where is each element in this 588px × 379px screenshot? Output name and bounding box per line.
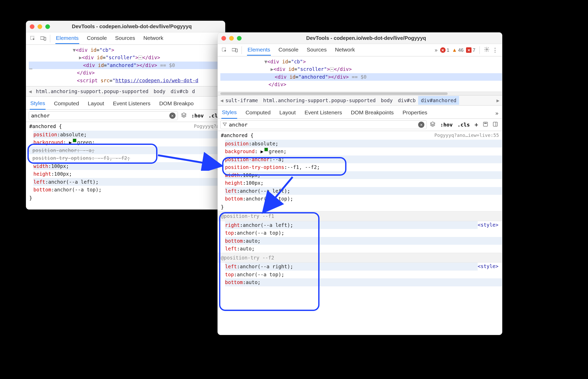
breadcrumb[interactable]: ◀ sult-iframe html.anchoring-support.pop… xyxy=(218,95,502,106)
subtab-properties[interactable]: Properties xyxy=(402,108,428,118)
val-left[interactable]: auto xyxy=(240,245,252,252)
crumb-resultiframe[interactable]: sult-iframe xyxy=(225,96,260,105)
prop-position-try-options-invalid[interactable]: position-try-options: --f1, --f2; xyxy=(32,154,130,162)
inspect-element-icon[interactable] xyxy=(28,36,38,41)
val-left[interactable]: anchor(--a left) xyxy=(240,187,287,195)
device-toolbar-icon[interactable] xyxy=(230,48,240,53)
subtab-layout[interactable]: Layout xyxy=(279,108,296,118)
clear-filter-icon[interactable]: ✕ xyxy=(169,113,176,119)
val-width[interactable]: 100px xyxy=(243,172,258,179)
prop-right[interactable]: right xyxy=(225,221,240,229)
position-try-f1-header[interactable]: @position-try --f1 xyxy=(218,211,502,221)
new-style-rule-icon[interactable]: + xyxy=(473,121,480,128)
selector-stats-icon[interactable] xyxy=(179,112,188,119)
prop-width[interactable]: width xyxy=(225,172,240,179)
error-count-badge[interactable]: ✕1 xyxy=(440,47,449,53)
selected-node[interactable]: <div id="anchored"></div> == $0 xyxy=(220,73,502,81)
crumb-divcb[interactable]: div#cb xyxy=(395,96,418,105)
style-source-link[interactable]: <style> xyxy=(478,221,502,229)
minimize-window-button[interactable] xyxy=(38,24,42,29)
val-bottom[interactable]: anchor(--a top) xyxy=(246,195,290,203)
prop-background[interactable]: background xyxy=(225,148,255,155)
subtab-dombreakpoints[interactable]: DOM Breakpoints xyxy=(350,108,394,118)
filter-input[interactable] xyxy=(31,113,167,119)
color-swatch-icon[interactable] xyxy=(73,139,76,142)
crumb-scroll-left-icon[interactable]: ◀ xyxy=(219,96,225,105)
val-bottom[interactable]: anchor(--a top) xyxy=(54,186,99,194)
crumb-divanchored[interactable]: div#anchored xyxy=(418,96,459,105)
prop-bottom[interactable]: bottom xyxy=(225,237,243,245)
subtab-layout[interactable]: Layout xyxy=(87,99,105,109)
filter-input-wrap[interactable]: ✕ xyxy=(220,120,427,129)
val-left[interactable]: anchor(--a right) xyxy=(240,263,290,270)
hov-toggle[interactable]: :hov xyxy=(439,122,454,128)
device-toolbar-icon[interactable] xyxy=(38,36,48,41)
filter-input-wrap[interactable]: ✕ xyxy=(29,111,178,120)
position-try-f2-header[interactable]: @position-try --f2 xyxy=(218,253,502,263)
val-background[interactable]: green xyxy=(269,148,284,155)
prop-height[interactable]: height xyxy=(225,179,243,187)
val-top[interactable]: anchor(--a top) xyxy=(237,229,281,237)
val-bottom[interactable]: auto xyxy=(246,237,258,245)
settings-icon[interactable] xyxy=(484,47,490,54)
prop-bottom[interactable]: bottom xyxy=(225,279,243,286)
prop-position[interactable]: position xyxy=(225,140,249,147)
clear-filter-icon[interactable]: ✕ xyxy=(418,122,424,128)
crumb-divcb[interactable]: div#cb xyxy=(168,87,191,96)
inspect-element-icon[interactable] xyxy=(219,48,230,53)
minimize-window-button[interactable] xyxy=(229,36,234,41)
zoom-window-button[interactable] xyxy=(237,36,242,41)
prop-position-anchor-invalid[interactable]: position-anchor: --a; xyxy=(32,147,95,154)
crumb-html[interactable]: html.anchoring-support.popup-supported xyxy=(33,87,151,96)
subtab-computed[interactable]: Computed xyxy=(245,108,271,118)
subtab-dombreakpoints[interactable]: DOM Breakpo xyxy=(159,99,194,109)
val-position-anchor[interactable]: --a xyxy=(272,156,281,163)
selector-text[interactable]: #anchored { xyxy=(221,132,253,139)
breadcrumb[interactable]: ◀ html.anchoring-support.popup-supported… xyxy=(26,86,225,96)
hov-toggle[interactable]: :hov xyxy=(190,113,205,119)
val-position[interactable]: absolute xyxy=(60,131,84,138)
tab-elements[interactable]: Elements xyxy=(247,44,271,56)
prop-left[interactable]: left xyxy=(225,245,237,252)
more-tabs-button[interactable]: » xyxy=(435,47,438,53)
close-window-button[interactable] xyxy=(30,24,34,29)
color-swatch-icon[interactable] xyxy=(264,148,268,151)
prop-bottom[interactable]: bottom xyxy=(225,195,243,203)
val-background[interactable]: green xyxy=(77,139,92,146)
prop-left[interactable]: left xyxy=(225,187,237,195)
tab-console[interactable]: Console xyxy=(86,33,107,44)
crumb-body[interactable]: body xyxy=(378,96,395,105)
tab-sources[interactable]: Sources xyxy=(115,33,136,44)
tab-elements[interactable]: Elements xyxy=(55,33,79,44)
val-bottom[interactable]: auto xyxy=(246,279,258,286)
style-source-link[interactable]: <style> xyxy=(478,263,502,270)
val-width[interactable]: 100px xyxy=(51,162,66,170)
rendering-icon[interactable] xyxy=(491,122,499,128)
val-left[interactable]: anchor(--a left) xyxy=(48,178,96,186)
crumb-scroll-left-icon[interactable]: ◀ xyxy=(27,87,33,96)
tab-network[interactable]: Network xyxy=(335,44,355,56)
prop-top[interactable]: top xyxy=(225,229,234,237)
elements-tree[interactable]: ⋯ ▼<div id="cb"> ▶<div id="scroller">⋯</… xyxy=(26,45,225,86)
prop-left[interactable]: left xyxy=(33,178,45,186)
prop-top[interactable]: top xyxy=(225,271,234,278)
source-link[interactable]: Pogyyyq?ano…iew=live:55 xyxy=(434,132,499,139)
computed-sidebar-icon[interactable] xyxy=(481,122,490,128)
subtab-computed[interactable]: Computed xyxy=(53,99,79,109)
more-subtabs-icon[interactable]: » xyxy=(495,110,498,116)
prop-position-anchor[interactable]: position-anchor xyxy=(225,156,270,163)
val-top[interactable]: anchor(--a top) xyxy=(237,271,281,278)
elements-tree[interactable]: ▼<div id="cb"> ▶<div id="scroller">⋯</di… xyxy=(218,56,502,92)
val-height[interactable]: 100px xyxy=(246,179,260,187)
val-height[interactable]: 100px xyxy=(54,170,69,178)
prop-position-try-options[interactable]: position-try-options xyxy=(225,164,284,171)
prop-bottom[interactable]: bottom xyxy=(33,186,51,194)
message-count-badge[interactable]: ✕7 xyxy=(466,47,475,53)
prop-left[interactable]: left xyxy=(225,263,237,270)
horizontal-scrollbar[interactable] xyxy=(218,92,502,95)
kebab-menu-icon[interactable]: ⋮ xyxy=(492,47,498,54)
prop-position[interactable]: position xyxy=(33,131,57,138)
tab-network[interactable]: Network xyxy=(143,33,164,44)
crumb-scroll-right-icon[interactable]: ▶ xyxy=(495,96,501,105)
filter-input[interactable] xyxy=(229,122,416,128)
